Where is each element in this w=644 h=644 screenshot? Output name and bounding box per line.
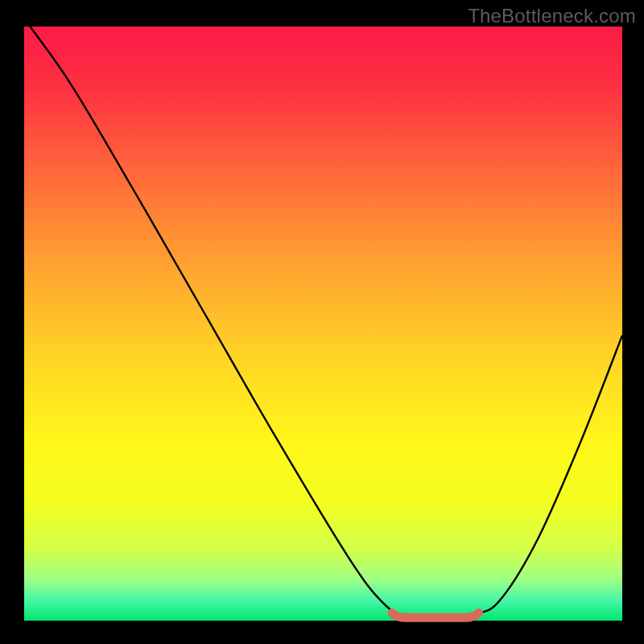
bottleneck-curve-chart [0, 0, 644, 644]
watermark-text: TheBottleneck.com [468, 5, 636, 27]
optimal-range-marker [392, 613, 479, 617]
chart-stage: TheBottleneck.com [0, 0, 644, 644]
plot-area [24, 27, 622, 621]
